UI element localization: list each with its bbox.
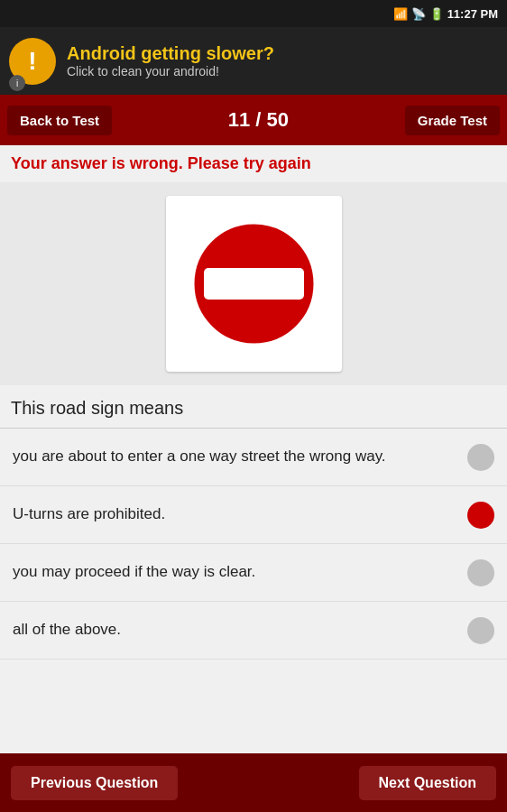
answer-option-3[interactable]: you may proceed if the way is clear. xyxy=(0,544,507,602)
ad-subtitle: Click to clean your android! xyxy=(67,64,274,78)
time-display: 11:27 PM xyxy=(447,7,498,21)
svg-rect-2 xyxy=(204,268,304,300)
radio-button-2[interactable] xyxy=(467,502,494,529)
no-entry-svg xyxy=(184,214,324,354)
ad-close-button[interactable]: i xyxy=(9,75,25,91)
previous-question-button[interactable]: Previous Question xyxy=(11,766,178,800)
grade-test-button[interactable]: Grade Test xyxy=(405,106,500,135)
ad-title: Android getting slower? xyxy=(67,43,274,64)
ad-banner[interactable]: ! Android getting slower? Click to clean… xyxy=(0,27,507,95)
status-bar: 📶 📡 🔋 11:27 PM xyxy=(0,0,507,27)
battery-icon: 🔋 xyxy=(429,7,444,21)
answer-option-4[interactable]: all of the above. xyxy=(0,602,507,660)
bottom-nav: Previous Question Next Question xyxy=(0,753,507,812)
nav-bar: Back to Test 11 / 50 Grade Test xyxy=(0,95,507,145)
sign-container xyxy=(0,182,507,385)
answer-text-3: you may proceed if the way is clear. xyxy=(13,562,467,582)
answer-text-2: U-turns are prohibited. xyxy=(13,504,467,524)
road-sign-image xyxy=(166,196,342,372)
answer-text-4: all of the above. xyxy=(13,620,467,640)
question-counter: 11 / 50 xyxy=(228,108,289,132)
radio-button-4[interactable] xyxy=(467,617,494,644)
answer-text-1: you are about to enter a one way street … xyxy=(13,447,467,466)
question-text: This road sign means xyxy=(0,385,507,428)
answer-option-1[interactable]: you are about to enter a one way street … xyxy=(0,429,507,486)
status-icons: 📶 📡 🔋 11:27 PM xyxy=(393,7,498,21)
error-message: Your answer is wrong. Please try again xyxy=(0,145,507,182)
radio-button-3[interactable] xyxy=(467,559,494,586)
signal-icon: 📶 xyxy=(393,7,408,21)
answers-container: you are about to enter a one way street … xyxy=(0,429,507,660)
ad-text-container: Android getting slower? Click to clean y… xyxy=(67,43,274,78)
wifi-icon: 📡 xyxy=(411,7,426,21)
next-question-button[interactable]: Next Question xyxy=(359,766,496,800)
answer-option-2[interactable]: U-turns are prohibited. xyxy=(0,486,507,544)
main-content: Your answer is wrong. Please try again T… xyxy=(0,145,507,660)
radio-button-1[interactable] xyxy=(467,444,494,471)
back-to-test-button[interactable]: Back to Test xyxy=(7,106,112,135)
